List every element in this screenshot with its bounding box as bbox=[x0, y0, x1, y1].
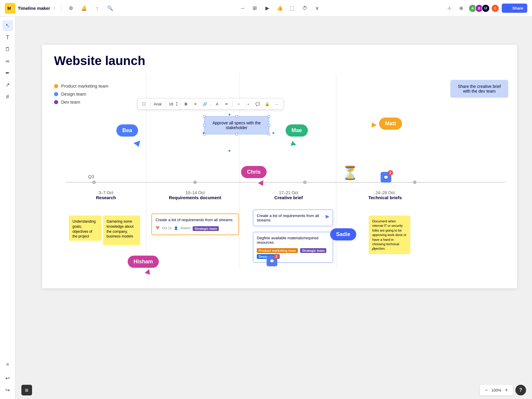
card-date-icon: 📅 bbox=[156, 226, 160, 230]
materials-card[interactable]: Degfine available materials/required res… bbox=[253, 232, 333, 263]
like-tool[interactable]: 👍 bbox=[274, 3, 285, 14]
col-creative-dates: 17–21 Oct bbox=[244, 190, 333, 195]
arrow-tool[interactable]: → bbox=[237, 3, 248, 14]
sticky-note-2-text: Garnering some knowledge about the compa… bbox=[107, 219, 134, 238]
ft-shape-icon[interactable]: ☐ bbox=[140, 100, 148, 108]
select-tool[interactable]: ↖ bbox=[2, 20, 13, 31]
creative-brief-box[interactable]: Share the creative brief with the dev te… bbox=[450, 80, 508, 98]
col-research-title: Research bbox=[69, 195, 143, 200]
expand-tool[interactable]: » bbox=[2, 359, 13, 369]
pen-tool[interactable]: ✒ bbox=[2, 68, 13, 78]
col-creative: 17–21 Oct Creative brief bbox=[244, 190, 333, 200]
col-research-dates: 3–7 Oct bbox=[69, 190, 143, 195]
sticky-note-3-badge: ♦ 5 bbox=[372, 247, 376, 252]
col-tech-title: Technical briefs bbox=[341, 195, 430, 200]
sticky-note-3-text: Document when internal IT or security fo… bbox=[372, 219, 406, 250]
present-tool[interactable]: ▶ bbox=[262, 3, 273, 14]
zoom-out-button[interactable]: − bbox=[483, 387, 490, 394]
ft-divider-2 bbox=[166, 101, 166, 107]
sticky-note-1-text: Understanding goals, objectives of the p… bbox=[72, 219, 96, 238]
bubble-bea-name: Bea bbox=[122, 127, 132, 134]
canvas: Website launch Product marketing team De… bbox=[15, 17, 532, 399]
speech-box-approve[interactable]: Approve all specs with the stakeholder bbox=[204, 116, 269, 134]
help-button[interactable]: ? bbox=[515, 385, 526, 395]
q3-label: Q3 bbox=[88, 174, 94, 179]
miro-logo[interactable]: M bbox=[5, 3, 15, 14]
bubble-hisham[interactable]: Hisham bbox=[128, 256, 159, 268]
comment-badge-2: 2 bbox=[388, 170, 393, 175]
legend-item-design: Design team bbox=[54, 91, 108, 96]
sticky-note-1[interactable]: Understanding goals, objectives of the p… bbox=[69, 216, 102, 241]
comment-badge-1: 2 bbox=[274, 254, 279, 259]
ft-size-arrows[interactable]: ▲ ▼ bbox=[175, 102, 178, 107]
ft-divider-4 bbox=[211, 101, 211, 107]
sticky-note-2[interactable]: Garnering some knowledge about the compa… bbox=[103, 216, 140, 245]
grid-tool[interactable]: ⊞ bbox=[249, 3, 260, 14]
ft-align-icon[interactable]: ≡ bbox=[191, 100, 200, 108]
business-req-card[interactable]: Create a list of requirements from all s… bbox=[253, 210, 333, 226]
legend-dot-marketing bbox=[54, 84, 58, 88]
speech-box-approve-text: Approve all specs with the stakeholder bbox=[213, 121, 261, 130]
ft-font-size[interactable]: 18 bbox=[168, 102, 174, 106]
ft-bold-icon[interactable]: B bbox=[182, 100, 190, 108]
bea-arrow bbox=[134, 140, 142, 148]
frame-tool[interactable]: ⬚ bbox=[287, 3, 297, 14]
bubble-hisham-name: Hisham bbox=[134, 259, 153, 265]
handle-tr bbox=[268, 115, 270, 118]
notification-icon[interactable]: 🔔 bbox=[79, 4, 89, 13]
undo-icon[interactable]: ↩ bbox=[2, 373, 13, 384]
comment-box-1[interactable]: 💬 2 bbox=[267, 256, 277, 266]
sticky-note-3[interactable]: Document when internal IT or security fo… bbox=[369, 216, 410, 254]
select-icon[interactable]: ⊹ bbox=[445, 4, 454, 13]
col-requirements: 10–14 Oct Requirements document bbox=[153, 190, 237, 200]
share-button[interactable]: 👤 Share bbox=[502, 4, 527, 13]
ft-font-color-icon[interactable]: A bbox=[213, 100, 221, 108]
ft-font-name[interactable]: Arial bbox=[152, 102, 164, 106]
selection-dot-3 bbox=[203, 132, 205, 134]
bubble-sadie[interactable]: Sadie bbox=[330, 228, 356, 240]
business-req-arrow: ▶ bbox=[326, 213, 329, 219]
bubble-mae[interactable]: Mae bbox=[286, 124, 308, 137]
zoom-icon[interactable]: ⊕ bbox=[457, 4, 466, 13]
legend-item-dev: Dev team bbox=[54, 99, 108, 104]
topbar-center-tools: → ⊞ ▶ 👍 ⬚ ⏱ ∨ bbox=[118, 3, 441, 14]
arrow-draw-tool[interactable]: ↗ bbox=[2, 80, 13, 90]
panel-toggle-button[interactable]: ⊞ bbox=[21, 385, 32, 395]
timeline-line bbox=[66, 182, 505, 183]
share-icon: 👤 bbox=[506, 6, 511, 10]
frame-draw-tool[interactable]: # bbox=[2, 91, 13, 102]
ft-opacity-icon[interactable]: ○ bbox=[235, 100, 243, 108]
ft-more-icon[interactable]: ··· bbox=[273, 100, 281, 108]
upload-icon[interactable]: ↑ bbox=[92, 4, 102, 13]
col-creative-title: Creative brief bbox=[244, 195, 333, 200]
timer-tool[interactable]: ⏱ bbox=[299, 3, 310, 14]
ft-divider-1 bbox=[150, 101, 150, 107]
share-label: Share bbox=[512, 6, 523, 10]
comment-box-2[interactable]: 💬 2 bbox=[381, 172, 391, 183]
bubble-mae-name: Mae bbox=[292, 127, 302, 134]
ft-fill-icon[interactable]: ● bbox=[244, 100, 252, 108]
ft-comment-icon[interactable]: 💬 bbox=[254, 100, 262, 108]
legend: Product marketing team Design team Dev t… bbox=[54, 83, 108, 104]
shapes-tool[interactable]: ∞ bbox=[2, 56, 13, 66]
zoom-in-button[interactable]: + bbox=[503, 387, 510, 394]
text-tool[interactable]: T bbox=[2, 32, 13, 43]
handle-tm bbox=[235, 115, 238, 118]
ft-link-icon[interactable]: 🔗 bbox=[201, 100, 209, 108]
search-icon[interactable]: 🔍 bbox=[105, 4, 115, 13]
hourglass-icon: ⏳ bbox=[342, 165, 358, 180]
requirements-card[interactable]: Create a list of requirements from all s… bbox=[151, 213, 239, 235]
ft-highlight-icon[interactable]: ✏ bbox=[222, 100, 231, 108]
bubble-matt[interactable]: Matt bbox=[379, 118, 402, 130]
svg-text:M: M bbox=[7, 6, 11, 11]
handle-br bbox=[268, 133, 270, 135]
star-icon[interactable]: ☆ bbox=[53, 6, 56, 11]
settings-icon[interactable]: ⚙ bbox=[66, 4, 76, 13]
redo-icon[interactable]: ↪ bbox=[2, 385, 13, 395]
bubble-bea[interactable]: Bea bbox=[116, 124, 138, 137]
note-tool[interactable]: 🗒 bbox=[2, 44, 13, 55]
more-tools[interactable]: ∨ bbox=[312, 3, 322, 14]
ft-lock-icon[interactable]: 🔒 bbox=[263, 100, 271, 108]
bubble-chris[interactable]: Chris bbox=[241, 166, 267, 178]
col-research: 3–7 Oct Research bbox=[69, 190, 143, 200]
